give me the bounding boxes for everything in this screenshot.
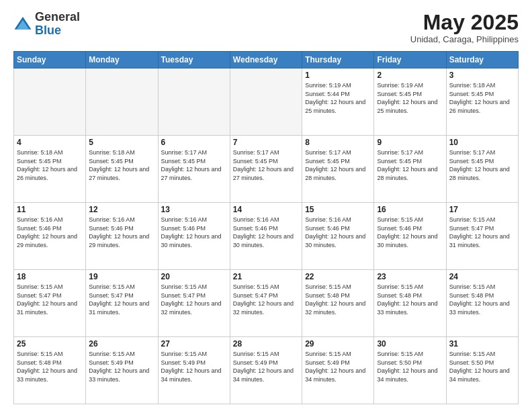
calendar-cell: 5Sunrise: 5:18 AMSunset: 5:45 PMDaylight… <box>86 136 158 203</box>
page: General Blue May 2025 Unidad, Caraga, Ph… <box>0 0 532 411</box>
day-info: Sunrise: 5:16 AMSunset: 5:46 PMDaylight:… <box>89 216 154 249</box>
day-number: 29 <box>305 339 371 349</box>
calendar-cell: 29Sunrise: 5:15 AMSunset: 5:49 PMDayligh… <box>302 337 374 404</box>
calendar-cell: 2Sunrise: 5:19 AMSunset: 5:45 PMDaylight… <box>374 68 446 136</box>
day-info: Sunrise: 5:19 AMSunset: 5:44 PMDaylight:… <box>305 81 371 115</box>
day-info: Sunrise: 5:15 AMSunset: 5:49 PMDaylight:… <box>89 350 154 383</box>
calendar-cell <box>230 68 302 136</box>
day-info: Sunrise: 5:18 AMSunset: 5:45 PMDaylight:… <box>449 81 515 115</box>
calendar-cell: 17Sunrise: 5:15 AMSunset: 5:47 PMDayligh… <box>446 203 518 270</box>
calendar-cell: 10Sunrise: 5:17 AMSunset: 5:45 PMDayligh… <box>446 136 518 203</box>
calendar-cell: 9Sunrise: 5:17 AMSunset: 5:45 PMDaylight… <box>374 136 446 203</box>
month-title: May 2025 <box>410 11 519 34</box>
calendar-week-row: 18Sunrise: 5:15 AMSunset: 5:47 PMDayligh… <box>14 270 519 337</box>
day-number: 6 <box>161 138 227 147</box>
day-number: 1 <box>305 71 371 80</box>
calendar-cell: 4Sunrise: 5:18 AMSunset: 5:45 PMDaylight… <box>14 136 86 203</box>
day-info: Sunrise: 5:15 AMSunset: 5:47 PMDaylight:… <box>17 283 83 316</box>
day-number: 3 <box>449 71 515 80</box>
header: General Blue May 2025 Unidad, Caraga, Ph… <box>13 11 519 44</box>
day-number: 11 <box>17 205 83 214</box>
day-info: Sunrise: 5:17 AMSunset: 5:45 PMDaylight:… <box>449 148 515 182</box>
day-number: 14 <box>233 205 299 214</box>
day-info: Sunrise: 5:16 AMSunset: 5:46 PMDaylight:… <box>305 216 371 249</box>
day-number: 31 <box>449 339 515 349</box>
calendar-cell: 11Sunrise: 5:16 AMSunset: 5:46 PMDayligh… <box>14 203 86 270</box>
day-number: 18 <box>17 272 83 281</box>
calendar-cell: 26Sunrise: 5:15 AMSunset: 5:49 PMDayligh… <box>86 337 158 404</box>
calendar-cell: 27Sunrise: 5:15 AMSunset: 5:49 PMDayligh… <box>158 337 230 404</box>
day-number: 15 <box>305 205 371 214</box>
day-number: 12 <box>89 205 154 214</box>
day-number: 19 <box>89 272 154 281</box>
calendar-cell: 13Sunrise: 5:16 AMSunset: 5:46 PMDayligh… <box>158 203 230 270</box>
calendar-table: SundayMondayTuesdayWednesdayThursdayFrid… <box>13 51 519 404</box>
calendar-cell: 28Sunrise: 5:15 AMSunset: 5:49 PMDayligh… <box>230 337 302 404</box>
day-number: 24 <box>449 272 515 281</box>
calendar-cell: 15Sunrise: 5:16 AMSunset: 5:46 PMDayligh… <box>302 203 374 270</box>
calendar-cell: 1Sunrise: 5:19 AMSunset: 5:44 PMDaylight… <box>302 68 374 136</box>
day-header-tuesday: Tuesday <box>158 52 230 68</box>
calendar-cell <box>86 68 158 136</box>
day-number: 21 <box>233 272 299 281</box>
logo: General Blue <box>13 11 80 38</box>
calendar-header-row: SundayMondayTuesdayWednesdayThursdayFrid… <box>14 52 519 68</box>
calendar-cell: 18Sunrise: 5:15 AMSunset: 5:47 PMDayligh… <box>14 270 86 337</box>
day-info: Sunrise: 5:17 AMSunset: 5:45 PMDaylight:… <box>377 148 443 182</box>
day-info: Sunrise: 5:15 AMSunset: 5:47 PMDaylight:… <box>89 283 154 316</box>
calendar-cell: 25Sunrise: 5:15 AMSunset: 5:48 PMDayligh… <box>14 337 86 404</box>
calendar-cell: 23Sunrise: 5:15 AMSunset: 5:48 PMDayligh… <box>374 270 446 337</box>
day-info: Sunrise: 5:19 AMSunset: 5:45 PMDaylight:… <box>377 81 443 115</box>
day-info: Sunrise: 5:15 AMSunset: 5:48 PMDaylight:… <box>17 350 83 383</box>
calendar-cell: 30Sunrise: 5:15 AMSunset: 5:50 PMDayligh… <box>374 337 446 404</box>
day-number: 8 <box>305 138 371 147</box>
day-info: Sunrise: 5:15 AMSunset: 5:47 PMDaylight:… <box>449 216 515 249</box>
day-number: 25 <box>17 339 83 349</box>
day-number: 10 <box>449 138 515 147</box>
day-info: Sunrise: 5:16 AMSunset: 5:46 PMDaylight:… <box>161 216 227 249</box>
title-block: May 2025 Unidad, Caraga, Philippines <box>410 11 519 44</box>
day-info: Sunrise: 5:15 AMSunset: 5:50 PMDaylight:… <box>449 350 515 383</box>
day-info: Sunrise: 5:18 AMSunset: 5:45 PMDaylight:… <box>17 148 83 182</box>
day-number: 2 <box>377 71 443 80</box>
day-number: 30 <box>377 339 443 349</box>
calendar-cell: 20Sunrise: 5:15 AMSunset: 5:47 PMDayligh… <box>158 270 230 337</box>
day-number: 16 <box>377 205 443 214</box>
calendar-cell: 22Sunrise: 5:15 AMSunset: 5:48 PMDayligh… <box>302 270 374 337</box>
day-number: 13 <box>161 205 227 214</box>
day-info: Sunrise: 5:17 AMSunset: 5:45 PMDaylight:… <box>305 148 371 182</box>
calendar-cell <box>158 68 230 136</box>
day-number: 28 <box>233 339 299 349</box>
calendar-week-row: 11Sunrise: 5:16 AMSunset: 5:46 PMDayligh… <box>14 203 519 270</box>
day-info: Sunrise: 5:15 AMSunset: 5:46 PMDaylight:… <box>377 216 443 249</box>
day-info: Sunrise: 5:15 AMSunset: 5:47 PMDaylight:… <box>233 283 299 316</box>
day-info: Sunrise: 5:15 AMSunset: 5:49 PMDaylight:… <box>305 350 371 383</box>
day-number: 17 <box>449 205 515 214</box>
day-info: Sunrise: 5:15 AMSunset: 5:49 PMDaylight:… <box>161 350 227 383</box>
day-info: Sunrise: 5:17 AMSunset: 5:45 PMDaylight:… <box>161 148 227 182</box>
calendar-cell: 24Sunrise: 5:15 AMSunset: 5:48 PMDayligh… <box>446 270 518 337</box>
day-number: 22 <box>305 272 371 281</box>
calendar-cell: 12Sunrise: 5:16 AMSunset: 5:46 PMDayligh… <box>86 203 158 270</box>
calendar-cell: 3Sunrise: 5:18 AMSunset: 5:45 PMDaylight… <box>446 68 518 136</box>
day-info: Sunrise: 5:17 AMSunset: 5:45 PMDaylight:… <box>233 148 299 182</box>
day-info: Sunrise: 5:15 AMSunset: 5:49 PMDaylight:… <box>233 350 299 383</box>
day-info: Sunrise: 5:15 AMSunset: 5:48 PMDaylight:… <box>449 283 515 316</box>
logo-icon <box>13 15 32 34</box>
calendar-cell: 21Sunrise: 5:15 AMSunset: 5:47 PMDayligh… <box>230 270 302 337</box>
day-header-wednesday: Wednesday <box>230 52 302 68</box>
calendar-cell: 7Sunrise: 5:17 AMSunset: 5:45 PMDaylight… <box>230 136 302 203</box>
logo-general-text: General <box>35 10 80 24</box>
calendar-cell: 19Sunrise: 5:15 AMSunset: 5:47 PMDayligh… <box>86 270 158 337</box>
day-number: 27 <box>161 339 227 349</box>
day-header-monday: Monday <box>86 52 158 68</box>
calendar-week-row: 25Sunrise: 5:15 AMSunset: 5:48 PMDayligh… <box>14 337 519 404</box>
day-number: 5 <box>89 138 154 147</box>
calendar-cell: 14Sunrise: 5:16 AMSunset: 5:46 PMDayligh… <box>230 203 302 270</box>
day-number: 20 <box>161 272 227 281</box>
day-info: Sunrise: 5:15 AMSunset: 5:48 PMDaylight:… <box>305 283 371 316</box>
day-info: Sunrise: 5:15 AMSunset: 5:48 PMDaylight:… <box>377 283 443 316</box>
day-number: 4 <box>17 138 83 147</box>
calendar-cell <box>14 68 86 136</box>
day-info: Sunrise: 5:15 AMSunset: 5:50 PMDaylight:… <box>377 350 443 383</box>
